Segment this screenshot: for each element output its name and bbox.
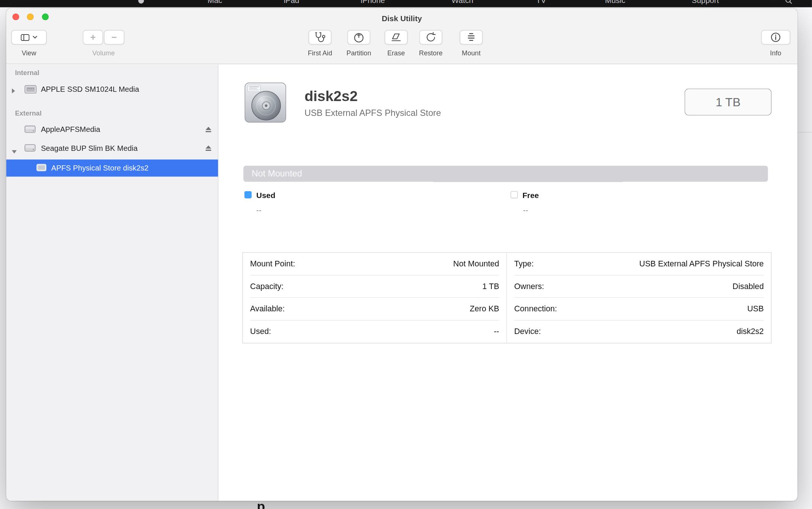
disclosure-right-icon[interactable] xyxy=(12,87,16,96)
mount-label: Mount xyxy=(462,49,480,57)
detail-value: Zero KB xyxy=(470,304,499,314)
used-legend-swatch xyxy=(244,191,252,198)
sidebar-item-apple-ssd[interactable]: APPLE SSD SM1024L Media xyxy=(6,81,218,98)
minus-icon: − xyxy=(111,33,117,42)
external-drive-icon xyxy=(25,144,36,154)
sidebar-item-apfs-physical-store[interactable]: APFS Physical Store disk2s2 xyxy=(6,159,218,176)
plus-icon: + xyxy=(90,33,96,42)
remove-volume-button[interactable]: − xyxy=(104,30,124,45)
sidebar: Internal APPLE SSD SM1024L Media Externa… xyxy=(6,65,219,501)
disk-title: disk2s2 xyxy=(305,88,358,105)
eject-icon[interactable] xyxy=(205,126,212,135)
restore-label: Restore xyxy=(419,49,442,57)
restore-button[interactable] xyxy=(419,30,442,45)
sidebar-section-internal: Internal xyxy=(15,69,39,77)
detail-value: Disabled xyxy=(733,282,764,291)
info-label: Info xyxy=(770,49,781,57)
background-page-text-fragment: p xyxy=(257,500,298,509)
partition-icon xyxy=(353,32,365,43)
detail-row-connection: Connection: USB xyxy=(514,298,764,321)
mount-icon xyxy=(467,32,475,42)
sidebar-item-label: APPLE SSD SM1024L Media xyxy=(41,81,139,98)
eject-icon[interactable] xyxy=(205,145,212,154)
detail-row-capacity: Capacity: 1 TB xyxy=(250,275,499,298)
first-aid-button[interactable] xyxy=(309,30,331,45)
capacity-badge: 1 TB xyxy=(685,88,772,115)
first-aid-label: First Aid xyxy=(308,49,332,57)
external-drive-icon xyxy=(25,125,36,135)
background-browser-navbar: Mac iPad iPhone Watch TV Music Support xyxy=(0,0,812,7)
view-label: View xyxy=(22,49,36,57)
search-icon[interactable] xyxy=(785,0,792,4)
detail-label: Device: xyxy=(514,327,541,336)
detail-value: -- xyxy=(494,327,499,336)
used-legend-value: -- xyxy=(256,205,262,214)
window-titlebar[interactable]: Disk Utility View + − Volume First Aid P… xyxy=(6,8,798,64)
screen: Mac iPad iPhone Watch TV Music Support p… xyxy=(0,0,812,509)
disk-utility-window: Disk Utility View + − Volume First Aid P… xyxy=(6,8,798,501)
details-table: Mount Point: Not Mounted Capacity: 1 TB … xyxy=(242,252,772,343)
detail-row-used: Used: -- xyxy=(250,320,499,343)
nav-item-tv[interactable]: TV xyxy=(536,0,546,5)
disclosure-down-icon[interactable] xyxy=(12,147,17,156)
detail-label: Available: xyxy=(250,304,285,314)
sidebar-section-external: External xyxy=(15,109,42,117)
restore-arrow-icon xyxy=(425,32,436,43)
nav-item-support[interactable]: Support xyxy=(692,0,719,5)
detail-label: Connection: xyxy=(514,304,557,314)
sidebar-item-label: APFS Physical Store disk2s2 xyxy=(51,159,149,176)
partition-button[interactable] xyxy=(347,30,370,45)
add-volume-button[interactable]: + xyxy=(83,30,103,45)
nav-item-mac[interactable]: Mac xyxy=(208,0,223,5)
nav-item-ipad[interactable]: iPad xyxy=(284,0,299,5)
disk-subtitle: USB External APFS Physical Store xyxy=(305,108,441,119)
internal-drive-icon xyxy=(25,85,37,96)
volume-icon xyxy=(36,164,47,174)
detail-value: USB External APFS Physical Store xyxy=(639,259,764,268)
detail-row-owners: Owners: Disabled xyxy=(514,275,764,298)
sidebar-item-label: Seagate BUP Slim BK Media xyxy=(41,140,137,157)
detail-label: Mount Point: xyxy=(250,259,295,268)
info-button[interactable] xyxy=(761,30,790,45)
details-right-column: Type: USB External APFS Physical Store O… xyxy=(507,253,771,343)
detail-value: Not Mounted xyxy=(453,259,499,268)
chevron-down-icon xyxy=(33,36,38,39)
sidebar-item-seagate[interactable]: Seagate BUP Slim BK Media xyxy=(6,140,218,157)
mount-button[interactable] xyxy=(460,30,483,45)
erase-label: Erase xyxy=(387,49,405,57)
background-page-divider xyxy=(798,132,812,132)
window-title: Disk Utility xyxy=(6,14,798,23)
apple-logo-icon[interactable] xyxy=(138,0,144,4)
detail-row-type: Type: USB External APFS Physical Store xyxy=(514,253,764,275)
detail-value: disk2s2 xyxy=(737,327,764,336)
detail-value: 1 TB xyxy=(483,282,499,291)
nav-item-iphone[interactable]: iPhone xyxy=(361,0,385,5)
nav-item-watch[interactable]: Watch xyxy=(452,0,473,5)
usage-bar: Not Mounted xyxy=(243,166,768,182)
free-legend-label: Free xyxy=(523,191,539,200)
hard-disk-icon xyxy=(243,80,287,124)
nav-item-music[interactable]: Music xyxy=(605,0,626,5)
stethoscope-icon xyxy=(314,32,326,43)
info-icon xyxy=(770,32,782,43)
free-legend-swatch xyxy=(510,191,518,198)
detail-row-mount-point: Mount Point: Not Mounted xyxy=(250,253,499,275)
detail-value: USB xyxy=(747,304,764,314)
partition-label: Partition xyxy=(347,49,371,57)
eraser-icon xyxy=(390,32,402,42)
sidebar-toggle-icon xyxy=(21,34,30,40)
detail-row-available: Available: Zero KB xyxy=(250,298,499,321)
detail-row-device: Device: disk2s2 xyxy=(514,320,764,343)
detail-label: Owners: xyxy=(514,282,544,291)
details-left-column: Mount Point: Not Mounted Capacity: 1 TB … xyxy=(243,253,507,343)
view-button[interactable] xyxy=(12,30,47,45)
detail-label: Capacity: xyxy=(250,282,283,291)
erase-button[interactable] xyxy=(385,30,407,45)
sidebar-item-appleapfsmedia[interactable]: AppleAPFSMedia xyxy=(6,121,218,138)
sidebar-item-label: AppleAPFSMedia xyxy=(41,121,100,138)
volume-label: Volume xyxy=(92,49,115,57)
content-pane: disk2s2 USB External APFS Physical Store… xyxy=(218,65,797,501)
detail-label: Type: xyxy=(514,259,534,268)
detail-label: Used: xyxy=(250,327,271,336)
mount-status-label: Not Mounted xyxy=(243,166,768,182)
